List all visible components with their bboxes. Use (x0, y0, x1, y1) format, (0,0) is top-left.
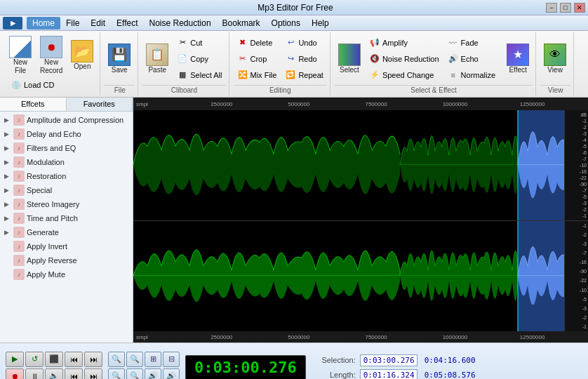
play-button[interactable]: ▶ (6, 352, 24, 367)
minimize-button[interactable]: − (546, 3, 557, 13)
paste-icon: 📋 (146, 44, 168, 66)
menu-edit[interactable]: Edit (85, 17, 111, 29)
view-label: View (547, 66, 563, 74)
tree-filters[interactable]: ▶ ♪ Filters and EQ (1, 141, 131, 155)
tree-stereo[interactable]: ▶ ♪ Stereo Imagery (1, 197, 131, 211)
tree-generate[interactable]: ▶ ♪ Generate (1, 225, 131, 239)
cut-button[interactable]: ✂ Cut (173, 35, 225, 51)
new-record-button[interactable]: ⏺ NewRecord (36, 34, 66, 77)
waveform-channels[interactable]: dB -1 -2 -3 -4 -5 -6 -7 -10 -16 -22 -90 … (133, 110, 588, 343)
tree-modulation[interactable]: ▶ ♪ Modulation (1, 155, 131, 169)
fade-label: Fade (461, 39, 479, 47)
normalize-button[interactable]: ≡ Normalize (444, 67, 500, 83)
bottom-ruler-smpl: smpl (136, 334, 148, 340)
modulation-label: Modulation (27, 158, 65, 166)
mix-file-button[interactable]: 🔀 Mix File (234, 67, 281, 83)
prev-button[interactable]: ⏮ (65, 352, 83, 367)
loop-button[interactable]: ↺ (25, 352, 44, 367)
tree-special[interactable]: ▶ ♪ Special (1, 183, 131, 197)
load-cd-button[interactable]: 💿 Load CD (7, 77, 97, 93)
skip-end-button[interactable]: ⏭ (84, 368, 102, 380)
load-cd-icon: 💿 (11, 79, 22, 91)
apply-reverse-label: Apply Reverse (27, 256, 77, 265)
audio-in-button[interactable]: 🔊 (145, 368, 161, 380)
channel-top[interactable]: dB -1 -2 -3 -4 -5 -6 -7 -10 -16 -22 -90 … (133, 110, 588, 221)
audio-out-button[interactable]: 🔊 (163, 368, 180, 380)
crop-button[interactable]: ✂ Crop (234, 51, 281, 67)
view-button[interactable]: 👁 View (540, 41, 570, 77)
tab-favorites[interactable]: Favorites (67, 98, 133, 111)
time-pitch-icon: ♪ (13, 213, 25, 224)
tree-apply-mute[interactable]: ▶ ♪ Apply Mute (1, 267, 131, 281)
apply-reverse-icon: ♪ (13, 255, 25, 266)
db-scale-bottom: -1 -2 -3 -7 -16 -90 -22 -10 -5 -3 -2 -1 (564, 221, 588, 331)
repeat-button[interactable]: 🔁 Repeat (281, 67, 326, 83)
open-button[interactable]: 📂 Open (67, 38, 97, 73)
tree-restoration[interactable]: ▶ ♪ Restoration (1, 169, 131, 183)
echo-button[interactable]: 🔊 Echo (444, 51, 500, 67)
maximize-button[interactable]: □ (560, 3, 571, 13)
new-file-label: NewFile (13, 58, 27, 75)
select-all-button[interactable]: ▦ Select All (173, 67, 225, 83)
tree-apply-invert[interactable]: ▶ ♪ Apply Invert (1, 239, 131, 253)
record-button[interactable]: ⏺ (6, 368, 24, 380)
left-tabs: Effcets Favorites (0, 98, 133, 112)
redo-label: Redo (298, 55, 316, 63)
select-button[interactable]: Select (335, 41, 364, 77)
mute-button[interactable]: 🔈 (45, 368, 63, 380)
redo-button[interactable]: ↪ Redo (281, 51, 326, 67)
restoration-label: Restoration (27, 172, 66, 180)
bottom-ruler-2500000: 2500000 (211, 334, 232, 340)
menu-bookmark[interactable]: Bookmark (217, 17, 266, 29)
menu-help[interactable]: Help (306, 17, 335, 29)
open-label: Open (74, 62, 91, 71)
speed-change-label: Speed Change (382, 71, 434, 79)
tree-apply-reverse[interactable]: ▶ ♪ Apply Reverse (1, 253, 131, 267)
length-label: Length: (317, 371, 356, 379)
speed-change-button[interactable]: ⚡ Speed Change (366, 67, 443, 83)
bottom-ruler-5000000: 5000000 (288, 334, 309, 340)
ruler-label-5000000: 5000000 (288, 101, 309, 107)
tree-time-pitch[interactable]: ▶ ♪ Time and Pitch (1, 211, 131, 225)
tree-delay[interactable]: ▶ ♪ Delay and Echo (1, 127, 131, 141)
fade-button[interactable]: 〰 Fade (444, 35, 500, 51)
zoom-fit-button[interactable]: ⊞ (145, 352, 161, 367)
close-button[interactable]: ✕ (574, 3, 585, 13)
main-area: Effcets Favorites ▶ ♪ Amplitude and Comp… (0, 98, 588, 343)
stop-button[interactable]: ⬛ (45, 352, 63, 367)
menu-home[interactable]: Home (27, 17, 60, 29)
tree-amplitude[interactable]: ▶ ♪ Amplitude and Compression (1, 113, 131, 127)
zoom-in-v-button[interactable]: 🔍 (108, 368, 125, 380)
new-file-button[interactable]: NewFile (6, 34, 35, 77)
waveform-svg-top (133, 110, 588, 220)
skip-start-button[interactable]: ⏮ (65, 368, 83, 380)
paste-button[interactable]: 📋 Paste (142, 41, 172, 77)
copy-button[interactable]: 📄 Copy (173, 51, 225, 67)
tab-effects[interactable]: Effcets (0, 98, 67, 111)
length-value: 0:01:16.324 (360, 369, 417, 380)
next-button[interactable]: ⏭ (84, 352, 102, 367)
zoom-out-h-button[interactable]: 🔍 (126, 352, 143, 367)
menu-noise[interactable]: Noise Reduction (144, 17, 217, 29)
pause-button[interactable]: ⏸ (25, 368, 44, 380)
undo-button[interactable]: ↩ Undo (281, 35, 326, 51)
noise-red-button[interactable]: 🔇 Noise Reduction (366, 51, 443, 67)
filters-icon: ♪ (13, 142, 25, 154)
zoom-in-h-button[interactable]: 🔍 (108, 352, 125, 367)
zoom-out-v-button[interactable]: 🔍 (126, 368, 143, 380)
amplify-button[interactable]: 📢 Amplify (366, 35, 443, 51)
selection-start-input[interactable] (360, 354, 417, 366)
channel-bottom[interactable]: -1 -2 -3 -7 -16 -90 -22 -10 -5 -3 -2 -1 (133, 221, 588, 331)
menu-file[interactable]: File (60, 17, 85, 29)
current-time: 0:03:00.276 (194, 359, 297, 376)
effect-button[interactable]: ★ Effect (503, 41, 533, 77)
menu-options[interactable]: Options (266, 17, 306, 29)
apply-mute-label: Apply Mute (27, 270, 65, 279)
menu-effect[interactable]: Effect (111, 17, 143, 29)
zoom-full-button[interactable]: ⊟ (163, 352, 180, 367)
delete-button[interactable]: ✖ Delete (234, 35, 281, 51)
time-pitch-label: Time and Pitch (27, 214, 78, 222)
undo-label: Undo (298, 39, 316, 47)
filters-arrow: ▶ (4, 145, 11, 152)
save-button[interactable]: 💾 Save (105, 41, 134, 77)
